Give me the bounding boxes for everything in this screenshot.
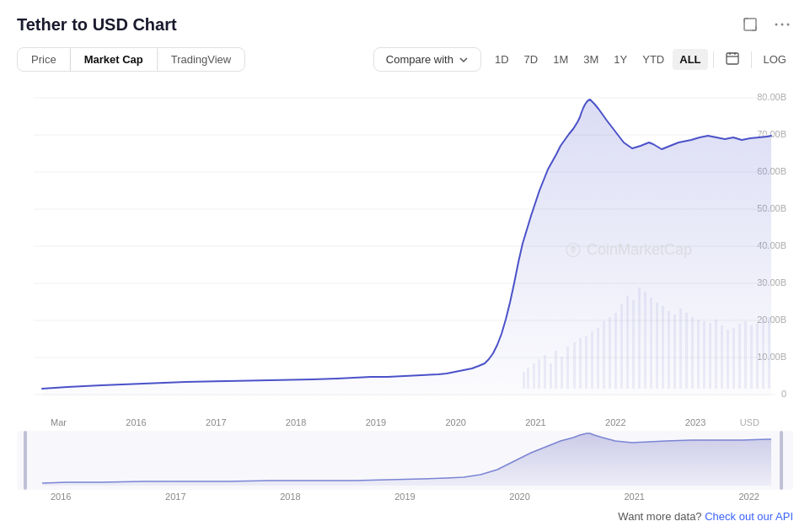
svg-rect-4 <box>727 53 738 64</box>
compare-with-button[interactable]: Compare with <box>373 47 481 72</box>
page-title: Tether to USD Chart <box>17 15 177 35</box>
api-link[interactable]: Check out our API <box>705 510 793 523</box>
time-3m[interactable]: 3M <box>577 49 605 70</box>
bottom-text: Want more data? <box>618 510 701 523</box>
time-range-group: 1D 7D 1M 3M 1Y YTD ALL LOG <box>488 47 793 72</box>
main-chart-svg: 80.00B 70.00B 60.00B 50.00B 40.00B 30.00… <box>17 85 793 414</box>
compare-label: Compare with <box>386 53 453 66</box>
svg-rect-69 <box>24 431 27 490</box>
divider <box>713 51 714 68</box>
svg-point-2 <box>781 24 784 26</box>
bottom-bar: Want more data? Check out our API <box>0 503 810 523</box>
divider2 <box>751 51 752 68</box>
tab-price[interactable]: Price <box>18 48 71 71</box>
mini-x-axis: 2016 2017 2018 2019 2020 2021 2022 <box>17 490 793 503</box>
svg-rect-0 <box>744 19 756 30</box>
time-7d[interactable]: 7D <box>518 49 545 70</box>
toolbar-right: Compare with 1D 7D 1M 3M 1Y YTD ALL <box>373 47 793 72</box>
tab-group: Price Market Cap TradingView <box>17 47 245 72</box>
time-1y[interactable]: 1Y <box>607 49 634 70</box>
header-row: Tether to USD Chart <box>17 13 793 35</box>
x-axis-labels: Mar 2016 2017 2018 2019 2020 2021 2022 2… <box>17 414 793 431</box>
mini-chart-svg <box>17 431 793 490</box>
expand-button[interactable] <box>739 13 761 35</box>
svg-text:80.00B: 80.00B <box>757 92 786 102</box>
time-ytd[interactable]: YTD <box>636 49 671 70</box>
time-1m[interactable]: 1M <box>546 49 575 70</box>
calendar-button[interactable] <box>719 47 746 72</box>
tab-tradingview[interactable]: TradingView <box>158 48 245 71</box>
main-chart-area: 80.00B 70.00B 60.00B 50.00B 40.00B 30.00… <box>17 85 793 414</box>
svg-point-3 <box>787 24 790 26</box>
chevron-down-icon <box>459 55 469 65</box>
log-button[interactable]: LOG <box>757 49 793 70</box>
time-1d[interactable]: 1D <box>488 49 516 70</box>
svg-text:0: 0 <box>781 389 786 399</box>
toolbar: Price Market Cap TradingView Compare wit… <box>17 47 793 72</box>
more-options-button[interactable] <box>771 19 793 30</box>
tab-market-cap[interactable]: Market Cap <box>71 48 158 71</box>
time-all[interactable]: ALL <box>673 49 707 70</box>
svg-rect-70 <box>780 431 783 490</box>
svg-point-1 <box>775 24 778 26</box>
calendar-icon <box>726 51 739 65</box>
mini-chart-area <box>17 431 793 490</box>
header-icons <box>739 13 793 35</box>
